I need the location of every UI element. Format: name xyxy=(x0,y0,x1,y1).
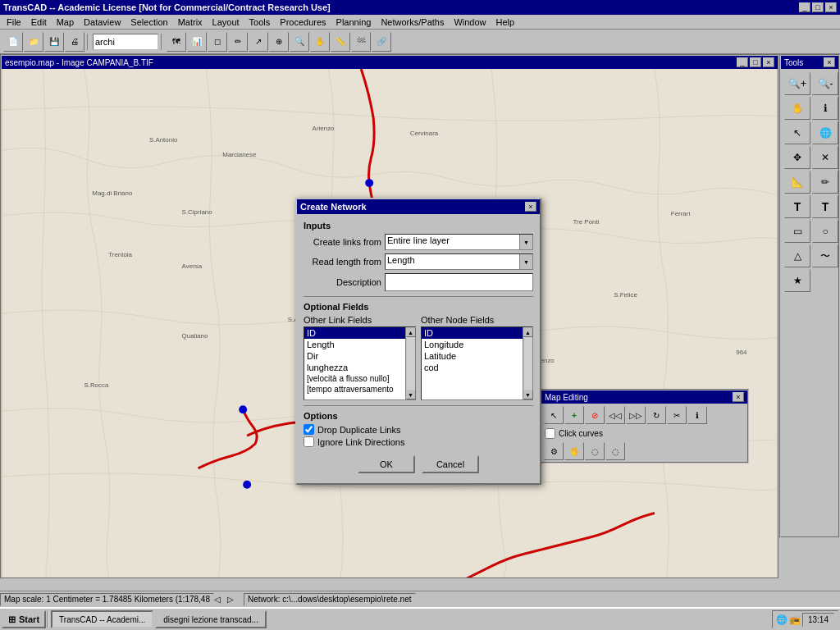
edit-select[interactable]: ↖ xyxy=(544,406,564,424)
menu-procedures[interactable]: Procedures xyxy=(275,16,331,29)
tool-text2[interactable]: T xyxy=(812,195,838,218)
map-maximize[interactable]: □ xyxy=(750,57,761,67)
search-input[interactable] xyxy=(93,34,158,50)
toolbar-btn-map3[interactable]: ◻ xyxy=(208,32,227,52)
tool-circle[interactable]: ○ xyxy=(812,220,838,243)
menu-dataview[interactable]: Dataview xyxy=(79,16,126,29)
dialog-close-button[interactable]: × xyxy=(525,202,536,212)
link-field-lunghezza[interactable]: lunghezza xyxy=(304,362,405,373)
tool-cross[interactable]: ✕ xyxy=(812,146,838,169)
tool-edit[interactable]: ✏ xyxy=(812,171,838,194)
menu-planning[interactable]: Planning xyxy=(331,16,377,29)
tool-zoom-out[interactable]: 🔍- xyxy=(812,72,838,95)
svg-text:Arienzo: Arienzo xyxy=(313,125,335,132)
taskbar-transcad[interactable]: TransCAD -- Academi... xyxy=(51,610,153,628)
taskbar-disegni[interactable]: disegni lezione transcad... xyxy=(155,610,267,628)
node-field-cod[interactable]: cod xyxy=(422,362,523,373)
other-node-label: Other Node Fields xyxy=(421,315,533,325)
toolbar-btn-zoom[interactable]: 🔍 xyxy=(290,32,309,52)
edit-tool3[interactable]: ◌ xyxy=(585,442,605,460)
link-field-id[interactable]: ID xyxy=(304,327,405,339)
tool-text[interactable]: T xyxy=(784,195,810,218)
tool-poly[interactable]: △ xyxy=(784,244,810,267)
maximize-button[interactable]: □ xyxy=(812,2,824,12)
toolbar-btn-map4[interactable]: ✏ xyxy=(228,32,248,52)
toolbar-btn-ruler[interactable]: 📏 xyxy=(331,32,350,52)
drop-duplicate-checkbox[interactable] xyxy=(304,424,314,435)
link-field-dir[interactable]: Dir xyxy=(304,350,405,362)
menu-map[interactable]: Map xyxy=(52,16,79,29)
toolbar-save[interactable]: 💾 xyxy=(44,32,64,52)
map-editing-close[interactable]: × xyxy=(733,392,744,402)
link-field-length[interactable]: Length xyxy=(304,339,405,350)
tool-globe[interactable]: 🌐 xyxy=(812,121,838,144)
toolbar-btn-sel[interactable]: ↗ xyxy=(249,32,268,52)
edit-info[interactable]: ℹ xyxy=(687,406,707,424)
minimize-button[interactable]: _ xyxy=(799,2,810,12)
edit-next[interactable]: ▷▷ xyxy=(626,406,646,424)
toolbar-btn-map1[interactable]: 🗺 xyxy=(167,32,186,52)
tool-info[interactable]: ℹ xyxy=(812,97,838,120)
link-scroll-down[interactable]: ▼ xyxy=(406,390,416,399)
ignore-directions-checkbox[interactable] xyxy=(304,436,314,447)
link-fields-listbox[interactable]: ID Length Dir lunghezza [velocità a flus… xyxy=(304,326,416,400)
menu-layout[interactable]: Layout xyxy=(208,16,244,29)
map-minimize[interactable]: _ xyxy=(737,57,748,67)
toolbar-open[interactable]: 📁 xyxy=(24,32,43,52)
toolbar-btn-hand[interactable]: ✋ xyxy=(310,32,330,52)
tool-rect[interactable]: ▭ xyxy=(784,220,810,243)
menu-window[interactable]: Window xyxy=(449,16,491,29)
edit-tool1[interactable]: ⚙ xyxy=(544,442,564,460)
node-fields-listbox[interactable]: ID Longitude Latitude cod ▲ ▼ xyxy=(421,326,533,400)
tool-star[interactable]: ★ xyxy=(784,269,810,292)
menu-help[interactable]: Help xyxy=(491,16,520,29)
tool-select[interactable]: ↖ xyxy=(784,121,810,144)
node-scroll-up[interactable]: ▲ xyxy=(523,327,533,337)
tools-close[interactable]: × xyxy=(824,57,835,67)
edit-scissors[interactable]: ✂ xyxy=(667,406,687,424)
close-button[interactable]: × xyxy=(825,2,837,12)
description-input[interactable] xyxy=(385,273,533,291)
edit-tool2[interactable]: 🖐 xyxy=(564,442,584,460)
node-field-latitude[interactable]: Latitude xyxy=(422,350,523,362)
ok-button[interactable]: OK xyxy=(358,455,415,473)
menu-tools[interactable]: Tools xyxy=(244,16,276,29)
start-button[interactable]: ⊞ Start xyxy=(2,610,46,628)
node-scroll-down[interactable]: ▼ xyxy=(523,390,533,399)
menu-edit[interactable]: Edit xyxy=(26,16,52,29)
tool-measure[interactable]: 📐 xyxy=(784,171,810,194)
toolbar-btn-flag[interactable]: 🏁 xyxy=(351,32,371,52)
edit-tool4[interactable]: ◌ xyxy=(605,442,625,460)
edit-add-node[interactable]: + xyxy=(564,406,584,424)
title-bar-buttons[interactable]: _ □ × xyxy=(799,2,837,12)
read-length-arrow[interactable]: ▼ xyxy=(519,254,532,269)
node-scroll-track xyxy=(524,337,532,390)
tool-zoom-in[interactable]: 🔍+ xyxy=(784,72,810,95)
tool-hand[interactable]: ✋ xyxy=(784,97,810,120)
toolbar-btn-net[interactable]: 🔗 xyxy=(372,32,391,52)
toolbar-new[interactable]: 📄 xyxy=(3,32,23,52)
create-links-select-wrapper[interactable]: Entire line layer ▼ xyxy=(385,234,533,250)
link-scroll-up[interactable]: ▲ xyxy=(406,327,416,337)
edit-rotate[interactable]: ↻ xyxy=(646,406,666,424)
menu-matrix[interactable]: Matrix xyxy=(173,16,208,29)
node-field-id[interactable]: ID xyxy=(422,327,523,339)
tool-move[interactable]: ✥ xyxy=(784,146,810,169)
toolbar-btn-map2[interactable]: 📊 xyxy=(187,32,207,52)
toolbar-print[interactable]: 🖨 xyxy=(65,32,84,52)
create-links-arrow[interactable]: ▼ xyxy=(519,235,532,249)
menu-selection[interactable]: Selection xyxy=(126,16,172,29)
toolbar-btn-sel2[interactable]: ⊕ xyxy=(269,32,289,52)
cancel-button[interactable]: Cancel xyxy=(422,455,479,473)
map-close[interactable]: × xyxy=(763,57,774,67)
link-field-tempo[interactable]: [tempo attraversamento xyxy=(304,384,405,395)
edit-delete[interactable]: ⊘ xyxy=(585,406,605,424)
menu-networks[interactable]: Networks/Paths xyxy=(376,16,449,29)
read-length-select-wrapper[interactable]: Length ▼ xyxy=(385,253,533,270)
click-curves-checkbox[interactable] xyxy=(545,428,555,439)
link-field-velocita[interactable]: [velocità a flusso nullo] xyxy=(304,373,405,384)
tool-wave[interactable]: 〜 xyxy=(812,244,838,267)
node-field-longitude[interactable]: Longitude xyxy=(422,339,523,350)
edit-prev[interactable]: ◁◁ xyxy=(605,406,625,424)
menu-file[interactable]: File xyxy=(2,16,26,29)
